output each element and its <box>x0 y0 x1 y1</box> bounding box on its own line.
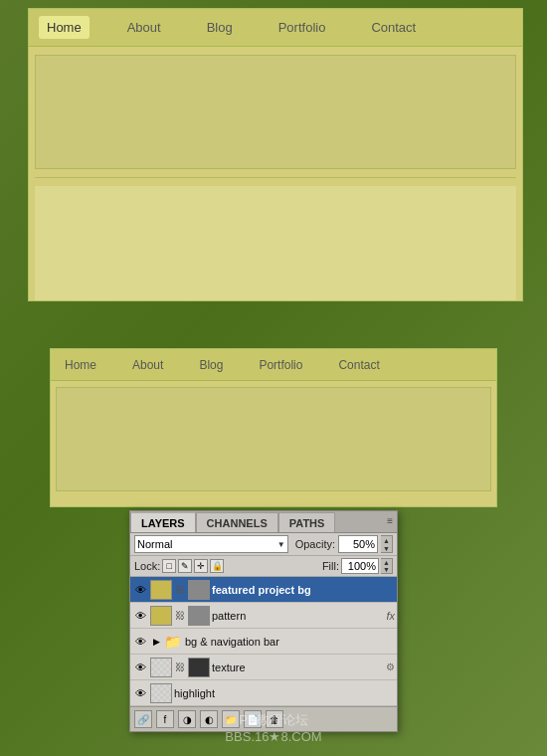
layer-mask-thumbnail <box>188 658 210 677</box>
layer-visibility-icon[interactable]: 👁 <box>132 582 148 598</box>
lock-all-icon[interactable]: 🔒 <box>210 559 224 573</box>
bottom-nav-home: Home <box>59 355 102 375</box>
layer-expand-arrow[interactable]: ▶ <box>150 634 162 650</box>
layers-list: 👁 ⛓ featured project bg 👁 ⛓ pattern fx 👁… <box>130 577 397 706</box>
opacity-up[interactable]: ▲ <box>381 536 392 544</box>
fill-up[interactable]: ▲ <box>381 559 392 566</box>
layer-row-texture[interactable]: 👁 ⛓ texture ⚙ <box>130 655 397 680</box>
bottom-website-preview: Home About Blog Portfolio Contact <box>50 348 497 507</box>
top-nav-home[interactable]: Home <box>39 16 90 39</box>
bottom-nav-portfolio: Portfolio <box>253 355 308 375</box>
top-nav-about[interactable]: About <box>119 16 169 39</box>
lock-move-icon[interactable]: ✛ <box>194 559 208 573</box>
layer-mask-thumbnail <box>188 580 210 600</box>
top-nav-blog[interactable]: Blog <box>199 16 241 39</box>
top-website-preview: Home About Blog Portfolio Contact <box>28 8 523 301</box>
fill-down[interactable]: ▼ <box>381 566 392 573</box>
top-nav-portfolio[interactable]: Portfolio <box>271 16 334 39</box>
fill-input[interactable]: 100% <box>341 558 379 574</box>
add-style-button[interactable]: f <box>156 710 174 728</box>
fill-stepper[interactable]: ▲ ▼ <box>381 558 393 574</box>
tab-paths[interactable]: PATHS <box>278 512 336 532</box>
lock-fill-row: Lock: □ ✎ ✛ 🔒 Fill: 100% ▲ ▼ <box>130 556 397 577</box>
layer-chain-icon: ⛓ <box>174 582 186 598</box>
layer-thumbnail <box>150 658 172 677</box>
layer-visibility-icon[interactable]: 👁 <box>132 634 148 650</box>
lock-transparent-icon[interactable]: □ <box>162 559 176 573</box>
layer-visibility-icon[interactable]: 👁 <box>132 660 148 675</box>
layer-row-pattern[interactable]: 👁 ⛓ pattern fx <box>130 603 397 629</box>
fill-label: Fill: <box>322 560 339 572</box>
blend-opacity-row: Normal ▼ Opacity: 50% ▲ ▼ <box>130 533 397 556</box>
tab-channels[interactable]: CHANNELS <box>196 512 278 532</box>
opacity-input[interactable]: 50% <box>338 535 378 553</box>
top-divider <box>35 177 516 178</box>
blend-mode-select[interactable]: Normal ▼ <box>134 535 288 553</box>
bottom-nav-bar: Home About Blog Portfolio Contact <box>51 349 496 381</box>
layer-fx-badge: fx <box>386 610 395 622</box>
layer-row-featured-project-bg[interactable]: 👁 ⛓ featured project bg <box>130 577 397 603</box>
layer-thumbnail <box>150 580 172 600</box>
layer-chain-icon: ⛓ <box>174 660 186 675</box>
bottom-banner-area <box>56 387 491 491</box>
blend-select-arrow: ▼ <box>277 540 285 549</box>
bottom-nav-contact: Contact <box>332 355 385 375</box>
bottom-nav-about: About <box>126 355 169 375</box>
new-group-button[interactable]: 📁 <box>222 710 240 728</box>
layer-thumbnail <box>150 606 172 626</box>
layer-name: featured project bg <box>212 584 395 596</box>
layer-row-highlight[interactable]: 👁 highlight <box>130 680 397 706</box>
add-mask-button[interactable]: ◑ <box>178 710 196 728</box>
layer-settings-icon: ⚙ <box>386 662 395 672</box>
new-adjustment-button[interactable]: ◐ <box>200 710 218 728</box>
layer-mask-thumbnail <box>188 606 210 626</box>
layer-visibility-icon[interactable]: 👁 <box>132 685 148 701</box>
tab-layers[interactable]: LAYERS <box>130 512 196 532</box>
layers-panel: LAYERS CHANNELS PATHS ≡ Normal ▼ Opacity… <box>129 510 398 732</box>
layer-chain-icon: ⛓ <box>174 608 186 624</box>
layer-name: texture <box>212 662 382 673</box>
folder-icon: 📁 <box>164 634 181 650</box>
opacity-label: Opacity: <box>295 538 335 550</box>
top-nav-contact[interactable]: Contact <box>363 16 424 39</box>
lock-paint-icon[interactable]: ✎ <box>178 559 192 573</box>
layer-name: highlight <box>174 687 395 699</box>
opacity-stepper[interactable]: ▲ ▼ <box>381 535 393 553</box>
layer-visibility-icon[interactable]: 👁 <box>132 608 148 624</box>
panel-menu-icon[interactable]: ≡ <box>387 515 393 526</box>
bottom-nav-blog: Blog <box>193 355 229 375</box>
top-nav-bar: Home About Blog Portfolio Contact <box>29 9 522 47</box>
panel-toolbar: 🔗 f ◑ ◐ 📁 📄 🗑 <box>130 706 397 731</box>
layer-name: pattern <box>212 610 382 622</box>
lock-label: Lock: <box>134 560 160 572</box>
delete-layer-button[interactable]: 🗑 <box>266 710 283 728</box>
top-banner-area <box>35 55 516 169</box>
new-layer-button[interactable]: 📄 <box>244 710 262 728</box>
layer-row-bg-navigation[interactable]: 👁 ▶ 📁 bg & navigation bar <box>130 629 397 655</box>
link-layers-button[interactable]: 🔗 <box>134 710 152 728</box>
opacity-down[interactable]: ▼ <box>381 544 392 552</box>
panel-tabs: LAYERS CHANNELS PATHS ≡ <box>130 511 397 533</box>
layer-thumbnail <box>150 683 172 703</box>
layer-name: bg & navigation bar <box>185 636 395 648</box>
top-content-area <box>35 186 516 300</box>
